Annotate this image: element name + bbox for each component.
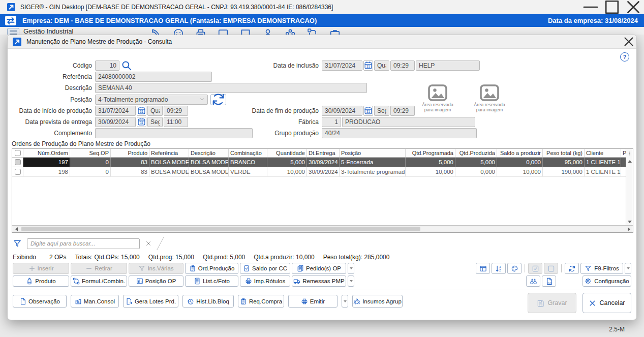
col-header-referencia[interactable]: Referência [149,149,189,157]
data-prevista-calendar-button[interactable]: 31 [137,117,146,127]
cell-dt-entrega[interactable]: 30/09/2024 [307,158,340,167]
hist-lib-bloq-button[interactable]: Hist.Lib.Bloq [182,295,234,308]
cell-qtd-programada[interactable]: 5,000 [406,158,455,167]
col-header-seq-op[interactable]: Seq.OP [70,149,111,157]
cell-qtd-produzida[interactable]: 0,000 [455,167,497,176]
cell-combinacao[interactable]: BRANCO [229,158,267,167]
vertical-scrollbar[interactable] [626,149,633,225]
saldo-por-cc-button[interactable]: Saldo por CC [240,263,290,274]
cell-saldo-a-produzir[interactable]: 10,000 [497,167,543,176]
observacao-button[interactable]: Observação [13,295,67,308]
data-inicio-dow-field[interactable] [147,106,163,116]
list-c-foto-button[interactable]: List.c/Foto [185,275,238,287]
hscroll-thumb[interactable] [21,227,420,231]
data-inclusao-dow-field[interactable] [374,60,389,71]
col-header-descricao[interactable]: Descrição [189,149,229,157]
pedido-s-op-button[interactable]: Pedido(s) OP [292,263,346,274]
cell-posicao[interactable]: 3-Totalmente programada [340,167,406,176]
grid-layout-button[interactable] [476,263,490,274]
posicao-op-button[interactable]: Posição OP [129,275,183,287]
data-inicio-hora-field[interactable] [164,106,188,116]
col-header-combinacao[interactable]: Combinação [229,149,267,157]
req-compra-button[interactable]: Req.Compra [238,295,284,308]
hscroll-track[interactable] [20,226,625,232]
imp-rotulos-button[interactable]: Imp.Rótulos [240,275,290,287]
cell-cliente[interactable]: 1 CLIENTE 1 [585,167,621,176]
select-all-checkbox[interactable] [12,149,23,157]
cell-referencia[interactable]: BOLSA MODELO 1 [149,167,189,176]
scroll-left-button[interactable] [12,226,20,232]
scroll-up-button[interactable] [626,158,633,165]
sort-button[interactable]: AZ [492,263,506,274]
descricao-field[interactable] [95,83,367,93]
clear-search-icon[interactable] [145,240,152,247]
column-options-icon[interactable] [627,149,632,158]
data-inclusao-calendar-button[interactable]: 31 [363,60,373,71]
pedido-s-op-dropdown-button[interactable] [348,263,354,274]
cell-combinacao[interactable]: VERDE [229,167,267,176]
fabrica-nome-field[interactable] [342,117,475,127]
data-inclusao-field[interactable] [322,60,362,71]
scroll-right-button[interactable] [625,226,633,232]
data-inclusao-hora-field[interactable] [390,60,415,71]
grupo-producao-field[interactable] [322,128,477,138]
cell-quantidade[interactable]: 5,000 [267,158,307,167]
cell-descricao[interactable]: BOLSA MODELO 1 [189,158,229,167]
col-header-qtd-programada[interactable]: Qtd.Programada [406,149,455,157]
mdi-menu-button[interactable] [7,28,19,35]
remessas-pmp-button[interactable]: Remessas PMP [292,275,346,287]
find-button[interactable] [526,275,540,287]
col-header-num-ordem[interactable]: Núm.Ordem [23,149,70,157]
complemento-field[interactable] [95,128,253,138]
cell-produto[interactable]: 83 [111,167,149,176]
emitir-dropdown-button[interactable] [342,295,348,308]
remessas-pmp-dropdown-button[interactable] [348,275,354,287]
codigo-search-button[interactable] [121,60,132,71]
col-header-posicao[interactable]: Posição [340,149,406,157]
col-header-produto[interactable]: Produto [111,149,149,157]
fabrica-codigo-field[interactable] [322,117,341,127]
ord-producao-button[interactable]: Ord.Produção [185,263,238,274]
cell-peso-total-kg[interactable]: 95,000 [543,158,585,167]
posicao-refresh-button[interactable] [210,94,226,105]
dialog-close-button[interactable] [621,35,636,48]
data-fim-hora-field[interactable] [390,106,415,116]
maximize-button[interactable] [601,0,623,14]
cell-num-ordem[interactable]: 198 [23,167,70,176]
company-switch-button[interactable] [5,16,16,25]
col-header-cliente[interactable]: Cliente [585,149,621,157]
grid-search-input[interactable] [27,238,140,249]
data-fim-calendar-button[interactable]: 31 [363,106,373,116]
col-header-quantidade[interactable]: Quantidade [267,149,307,157]
cell-peso-total-kg[interactable]: 190,000 [543,167,585,176]
cell-descricao[interactable]: BOLSA MODELO 1 [189,167,229,176]
f9-filters-button[interactable]: F9-Filtros [580,263,623,274]
cell-quantidade[interactable]: 10,000 [267,167,307,176]
gera-lotes-prd-button[interactable]: Gera Lotes Prd. [123,295,178,308]
horizontal-scrollbar[interactable] [12,225,633,232]
insumos-agrup-button[interactable]: Insumos Agrup [352,295,403,308]
cancel-button[interactable]: Cancelar [582,293,631,313]
cell-saldo-a-produzir[interactable]: 0,000 [497,158,543,167]
codigo-field[interactable] [95,60,119,71]
data-fim-dow-field[interactable] [374,106,389,116]
posicao-select[interactable]: 4-Totalmente programado [95,95,208,105]
minimize-button[interactable] [580,0,601,14]
cell-qtd-produzida[interactable]: 5,000 [455,158,497,167]
data-fim-field[interactable] [322,106,362,116]
export-xls-button[interactable]: XLS [542,275,556,287]
data-inclusao-usuario-field[interactable] [416,60,480,71]
cell-cliente[interactable]: 1 CLIENTE 1 [585,158,621,167]
data-inicio-calendar-button[interactable]: 31 [137,106,146,116]
configuration-button[interactable]: Configuração [582,275,631,287]
data-prevista-dow-field[interactable] [147,117,163,127]
cell-referencia[interactable]: BOLSA MODELO 1 [149,158,189,167]
table-row[interactable]: 198083BOLSA MODELO 1BOLSA MODELO 1VERDE1… [12,167,626,177]
refresh-grid-button[interactable] [565,263,579,274]
cell-produto[interactable]: 83 [111,158,149,167]
cell-posicao[interactable]: 5-Encerrada [340,158,406,167]
close-window-button[interactable] [623,0,644,14]
help-icon[interactable] [620,52,629,62]
data-prevista-hora-field[interactable] [164,117,188,127]
cell-seq-op[interactable]: 0 [70,158,111,167]
